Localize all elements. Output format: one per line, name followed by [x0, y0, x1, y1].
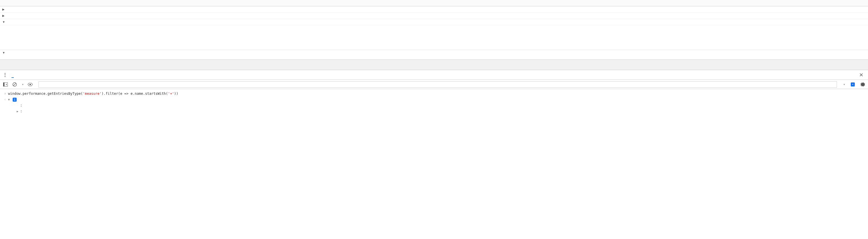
- gear-icon[interactable]: [861, 82, 865, 87]
- svg-line-4: [13, 83, 16, 86]
- svg-point-5: [30, 83, 31, 85]
- timings-track[interactable]: ▼: [0, 19, 868, 25]
- issue-icon: ▪: [851, 82, 855, 87]
- disclosure-icon: ▶: [2, 8, 5, 11]
- timings-header[interactable]: ▼: [0, 19, 63, 25]
- timings-area[interactable]: [0, 25, 868, 50]
- console-output-header[interactable]: ‹▼i: [4, 97, 864, 102]
- frames-header[interactable]: ▶: [0, 6, 63, 12]
- issues-button[interactable]: ▪: [849, 82, 857, 87]
- filter-wrap: [38, 81, 837, 88]
- prototype-line[interactable]: ▶:: [4, 108, 864, 114]
- frames-track[interactable]: ▶: [0, 6, 868, 13]
- interactions-track[interactable]: ▶: [0, 13, 868, 19]
- console-body[interactable]: ›window.performance.getEntriesByType('me…: [0, 89, 868, 120]
- close-icon[interactable]: ✕: [857, 72, 865, 78]
- console-tabbar: ✕: [0, 70, 868, 80]
- disclosure-icon: ▼: [2, 51, 5, 54]
- console-tab[interactable]: [11, 72, 14, 78]
- status-bar: [0, 60, 868, 70]
- svg-rect-1: [3, 82, 5, 86]
- main-header[interactable]: ▼: [0, 50, 6, 55]
- log-levels-select[interactable]: [843, 83, 845, 86]
- kebab-menu-icon[interactable]: [3, 73, 7, 77]
- interactions-header[interactable]: ▶: [0, 13, 63, 19]
- filter-input[interactable]: [38, 81, 837, 88]
- info-icon[interactable]: i: [13, 98, 17, 102]
- console-input-line: ›window.performance.getEntriesByType('me…: [4, 91, 864, 97]
- length-line: :: [4, 103, 864, 108]
- sidebar-toggle-icon[interactable]: [3, 82, 8, 87]
- eye-icon[interactable]: [28, 82, 33, 87]
- timeline-ruler[interactable]: [0, 0, 868, 6]
- disclosure-icon: ▼: [2, 21, 5, 24]
- console-toolbar: ▪: [0, 80, 868, 89]
- disclosure-icon: ▶: [2, 14, 5, 17]
- clear-console-icon[interactable]: [12, 82, 17, 87]
- context-select[interactable]: [21, 83, 24, 86]
- main-thread-track[interactable]: ▼: [0, 50, 868, 60]
- svg-marker-2: [6, 83, 7, 85]
